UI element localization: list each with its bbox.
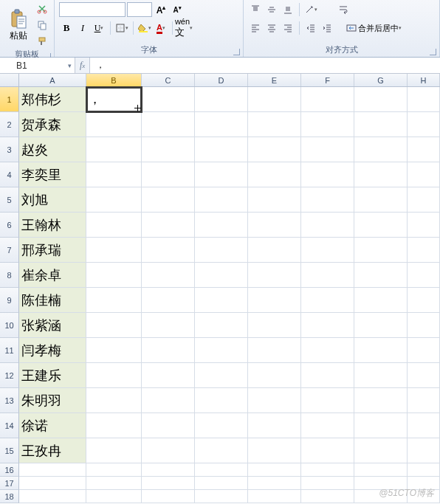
cell-E17[interactable]	[248, 477, 301, 490]
cell-E3[interactable]	[248, 137, 301, 162]
cell-A17[interactable]	[19, 477, 86, 490]
row-header-3[interactable]: 3	[0, 137, 19, 162]
col-header-E[interactable]: E	[248, 74, 301, 86]
cell-A9[interactable]: 陈佳楠	[19, 288, 86, 313]
cell-E8[interactable]	[248, 263, 301, 288]
cell-B3[interactable]	[86, 137, 142, 162]
col-header-H[interactable]: H	[408, 74, 440, 86]
col-header-B[interactable]: B	[86, 74, 142, 86]
cell-F12[interactable]	[301, 363, 354, 388]
cell-C13[interactable]	[142, 388, 195, 413]
row-header-5[interactable]: 5	[0, 187, 19, 213]
align-middle-button[interactable]	[264, 2, 279, 17]
cell-G8[interactable]	[354, 263, 408, 288]
cell-E4[interactable]	[248, 162, 301, 187]
row-header-2[interactable]: 2	[0, 112, 19, 137]
row-header-15[interactable]: 15	[0, 438, 19, 463]
cell-E1[interactable]	[248, 87, 301, 112]
cell-E6[interactable]	[248, 213, 301, 238]
cell-G1[interactable]	[354, 87, 408, 112]
cell-F16[interactable]	[301, 463, 354, 477]
cell-C2[interactable]	[142, 112, 195, 137]
cut-button[interactable]	[35, 1, 49, 16]
cell-G6[interactable]	[354, 213, 408, 238]
decrease-indent-button[interactable]	[303, 21, 318, 35]
align-right-button[interactable]	[281, 21, 295, 35]
cell-G9[interactable]	[354, 288, 408, 313]
cell-A18[interactable]	[19, 490, 86, 503]
cell-B1[interactable]: ，	[86, 87, 142, 112]
paste-button[interactable]: 粘贴	[4, 9, 32, 42]
cell-F7[interactable]	[301, 238, 354, 263]
cell-H10[interactable]	[408, 313, 440, 338]
cell-A13[interactable]: 朱明羽	[19, 388, 86, 413]
cell-B10[interactable]	[86, 313, 142, 338]
cell-D3[interactable]	[195, 137, 248, 162]
cell-A1[interactable]: 郑伟杉	[19, 87, 86, 112]
cell-H14[interactable]	[408, 413, 440, 438]
cell-G14[interactable]	[354, 413, 408, 438]
align-bottom-button[interactable]	[281, 2, 295, 17]
cell-D7[interactable]	[195, 238, 248, 263]
cell-F8[interactable]	[301, 263, 354, 288]
cell-A2[interactable]: 贺承森	[19, 112, 86, 137]
cell-A3[interactable]: 赵炎	[19, 137, 86, 162]
cell-E13[interactable]	[248, 388, 301, 413]
cell-D12[interactable]	[195, 363, 248, 388]
cell-H13[interactable]	[408, 388, 440, 413]
cell-C11[interactable]	[142, 338, 195, 363]
cell-E16[interactable]	[248, 463, 301, 477]
phonetic-button[interactable]: wén文▾	[176, 21, 191, 35]
cell-F13[interactable]	[301, 388, 354, 413]
col-header-D[interactable]: D	[195, 74, 248, 86]
increase-font-button[interactable]: A▴	[154, 2, 168, 17]
cell-B8[interactable]	[86, 263, 142, 288]
cell-A14[interactable]: 徐诺	[19, 413, 86, 438]
align-top-button[interactable]	[248, 2, 263, 17]
cell-F17[interactable]	[301, 477, 354, 490]
cell-C7[interactable]	[142, 238, 195, 263]
cell-E2[interactable]	[248, 112, 301, 137]
cell-F18[interactable]	[301, 490, 354, 503]
cell-A12[interactable]: 王建乐	[19, 363, 86, 388]
cell-B9[interactable]	[86, 288, 142, 313]
cell-E7[interactable]	[248, 238, 301, 263]
cell-D11[interactable]	[195, 338, 248, 363]
cell-C9[interactable]	[142, 288, 195, 313]
cell-D13[interactable]	[195, 388, 248, 413]
cell-A10[interactable]: 张紫涵	[19, 313, 86, 338]
cell-C3[interactable]	[142, 137, 195, 162]
cell-C14[interactable]	[142, 413, 195, 438]
row-header-10[interactable]: 10	[0, 313, 19, 338]
merge-center-button[interactable]: 合并后居中▾	[343, 21, 405, 35]
col-header-F[interactable]: F	[301, 74, 354, 86]
cell-E12[interactable]	[248, 363, 301, 388]
cell-B11[interactable]	[86, 338, 142, 363]
cell-D4[interactable]	[195, 162, 248, 187]
cell-A11[interactable]: 闫孝梅	[19, 338, 86, 363]
cell-E9[interactable]	[248, 288, 301, 313]
italic-button[interactable]: I	[75, 21, 90, 35]
row-header-12[interactable]: 12	[0, 363, 19, 388]
fill-color-button[interactable]: ▾	[137, 21, 152, 35]
cell-D5[interactable]	[195, 187, 248, 213]
cell-G4[interactable]	[354, 162, 408, 187]
cell-A7[interactable]: 邢承瑞	[19, 238, 86, 263]
cell-C10[interactable]	[142, 313, 195, 338]
cell-A15[interactable]: 王孜冉	[19, 438, 86, 463]
copy-button[interactable]	[35, 18, 49, 32]
cell-F2[interactable]	[301, 112, 354, 137]
cell-H6[interactable]	[408, 213, 440, 238]
col-header-G[interactable]: G	[354, 74, 408, 86]
row-header-6[interactable]: 6	[0, 213, 19, 238]
formula-input[interactable]	[90, 58, 440, 73]
cell-B16[interactable]	[86, 463, 142, 477]
cell-H8[interactable]	[408, 263, 440, 288]
cell-A4[interactable]: 李奕里	[19, 162, 86, 187]
cell-A16[interactable]	[19, 463, 86, 477]
wrap-text-button[interactable]	[336, 2, 351, 17]
cell-G10[interactable]	[354, 313, 408, 338]
cell-H9[interactable]	[408, 288, 440, 313]
format-painter-button[interactable]	[35, 34, 49, 49]
cell-D1[interactable]	[195, 87, 248, 112]
